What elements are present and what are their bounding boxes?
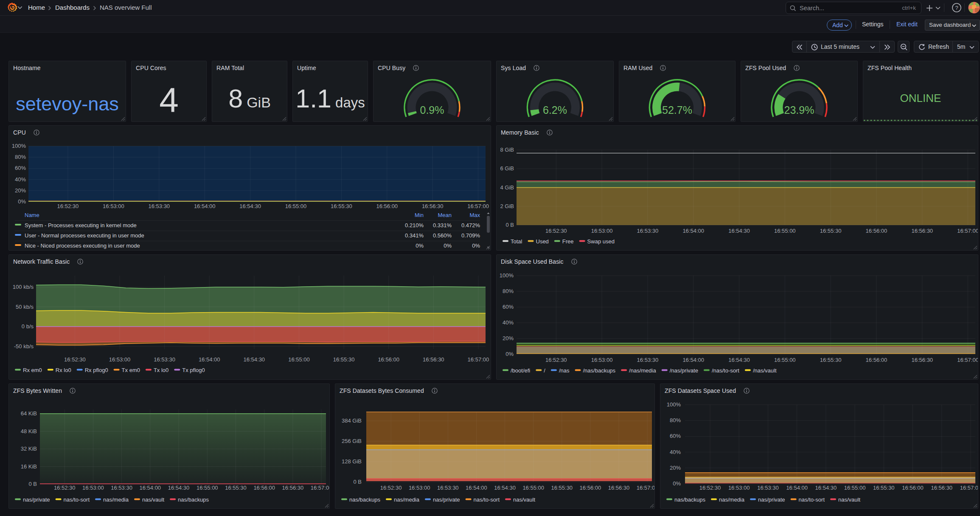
- svg-text:nas/to-sort: nas/to-sort: [474, 496, 500, 503]
- svg-text:nas/media: nas/media: [394, 496, 420, 503]
- svg-text:?: ?: [955, 5, 958, 11]
- svg-text:16:56:00: 16:56:00: [376, 203, 398, 209]
- svg-text:nas/vault: nas/vault: [142, 496, 164, 503]
- svg-text:nas/backups: nas/backups: [178, 496, 209, 503]
- svg-text:16:55:30: 16:55:30: [225, 485, 247, 491]
- svg-text:nas/media: nas/media: [719, 496, 745, 503]
- svg-text:16:57:00: 16:57:00: [467, 203, 489, 209]
- svg-text:48 KiB: 48 KiB: [21, 428, 37, 434]
- svg-text:60%: 60%: [670, 433, 681, 439]
- svg-text:16:56:00: 16:56:00: [866, 228, 887, 234]
- svg-text:16 KiB: 16 KiB: [21, 463, 37, 470]
- svg-text:nas/media: nas/media: [103, 496, 129, 503]
- svg-text:16:54:00: 16:54:00: [194, 203, 216, 209]
- svg-text:16:52:30: 16:52:30: [380, 485, 402, 491]
- svg-text:Tx lo0: Tx lo0: [154, 367, 168, 373]
- svg-text:nas/private: nas/private: [23, 496, 50, 503]
- svg-text:40%: 40%: [503, 319, 514, 326]
- svg-text:16:54:00: 16:54:00: [139, 485, 161, 491]
- svg-text:16:54:30: 16:54:30: [815, 485, 837, 491]
- svg-text:128 GiB: 128 GiB: [342, 458, 362, 465]
- svg-text:60%: 60%: [15, 165, 26, 171]
- svg-text:16:55:30: 16:55:30: [873, 485, 895, 491]
- svg-text:384 GiB: 384 GiB: [342, 417, 362, 424]
- svg-text:256 GiB: 256 GiB: [342, 438, 362, 444]
- svg-text:0%: 0%: [444, 242, 452, 249]
- svg-text:User - Normal processes execut: User - Normal processes executing in use…: [25, 232, 144, 239]
- svg-text:0 B: 0 B: [353, 479, 362, 485]
- svg-text:60%: 60%: [503, 304, 514, 310]
- svg-text:16:53:30: 16:53:30: [637, 357, 659, 363]
- svg-text:Nice - Niced processes executi: Nice - Niced processes executing in user…: [25, 242, 140, 249]
- svg-text:32 KiB: 32 KiB: [21, 446, 37, 452]
- svg-text:16:57:00: 16:57:00: [957, 357, 978, 363]
- svg-text:1.1days: 1.1days: [295, 84, 365, 113]
- svg-text:Tx em0: Tx em0: [122, 367, 140, 373]
- svg-text:16:57:00: 16:57:00: [637, 485, 654, 491]
- svg-text:16:56:30: 16:56:30: [911, 357, 933, 363]
- svg-text:80%: 80%: [670, 417, 681, 423]
- svg-text:6 GiB: 6 GiB: [500, 165, 514, 172]
- svg-text:16:55:30: 16:55:30: [333, 356, 355, 363]
- svg-text:20%: 20%: [670, 465, 681, 471]
- svg-text:0.709%: 0.709%: [461, 232, 480, 239]
- svg-text:16:57:00: 16:57:00: [468, 356, 489, 363]
- svg-text:0.210%: 0.210%: [405, 222, 424, 228]
- svg-text:16:54:30: 16:54:30: [243, 356, 265, 363]
- svg-text:16:57:00: 16:57:00: [311, 485, 329, 491]
- svg-text:40%: 40%: [670, 449, 681, 455]
- svg-text:0%: 0%: [673, 480, 681, 487]
- svg-text:16:54:30: 16:54:30: [494, 485, 516, 491]
- svg-text:16:55:00: 16:55:00: [774, 228, 796, 234]
- svg-text:Rx pflog0: Rx pflog0: [85, 367, 108, 373]
- svg-text:0.341%: 0.341%: [405, 232, 424, 239]
- svg-text:16:56:00: 16:56:00: [866, 357, 887, 363]
- svg-text:16:53:00: 16:53:00: [82, 485, 104, 491]
- svg-text:16:56:30: 16:56:30: [282, 485, 304, 491]
- svg-text:2 GiB: 2 GiB: [500, 203, 514, 209]
- svg-text:0%: 0%: [416, 242, 424, 249]
- svg-text:16:56:00: 16:56:00: [253, 485, 275, 491]
- svg-text:0%: 0%: [505, 351, 514, 357]
- svg-text:16:53:30: 16:53:30: [154, 356, 175, 363]
- svg-text:Name: Name: [25, 212, 39, 218]
- svg-text:16:55:00: 16:55:00: [285, 203, 307, 209]
- svg-text:Max: Max: [469, 212, 480, 218]
- svg-text:/nas/backups: /nas/backups: [583, 367, 616, 374]
- svg-text:16:53:30: 16:53:30: [637, 228, 659, 234]
- svg-text:16:56:30: 16:56:30: [911, 228, 933, 234]
- svg-text:52.7%: 52.7%: [662, 104, 692, 116]
- svg-text:16:56:00: 16:56:00: [378, 356, 399, 363]
- svg-text:100%: 100%: [500, 272, 514, 279]
- svg-text:0.472%: 0.472%: [461, 222, 480, 228]
- svg-text:Min: Min: [415, 212, 424, 218]
- svg-text:16:54:00: 16:54:00: [682, 228, 704, 234]
- svg-text:Mean: Mean: [438, 212, 452, 218]
- svg-text:ONLINE: ONLINE: [900, 92, 941, 104]
- svg-text:16:55:00: 16:55:00: [774, 357, 796, 363]
- svg-text:System - Processes executing i: System - Processes executing in kernel m…: [25, 222, 137, 228]
- svg-text:100%: 100%: [12, 143, 26, 149]
- svg-text:nas/backups: nas/backups: [349, 496, 380, 503]
- svg-text:80%: 80%: [15, 154, 26, 160]
- svg-text:16:54:30: 16:54:30: [728, 357, 750, 363]
- svg-text:16:57:00: 16:57:00: [957, 228, 978, 234]
- svg-text:16:55:00: 16:55:00: [522, 485, 544, 491]
- svg-text:16:55:00: 16:55:00: [844, 485, 866, 491]
- svg-text:16:53:00: 16:53:00: [103, 203, 124, 209]
- svg-text:16:55:30: 16:55:30: [820, 357, 842, 363]
- svg-text:/: /: [544, 367, 545, 374]
- svg-text:16:55:30: 16:55:30: [551, 485, 573, 491]
- svg-text:23.9%: 23.9%: [784, 104, 814, 116]
- svg-text:/nas/private: /nas/private: [670, 367, 698, 374]
- svg-text:setevoy-nas: setevoy-nas: [16, 93, 119, 115]
- svg-text:16:53:00: 16:53:00: [728, 485, 750, 491]
- svg-text:20%: 20%: [503, 335, 514, 341]
- svg-text:16:56:30: 16:56:30: [422, 203, 444, 209]
- svg-text:Swap used: Swap used: [587, 238, 615, 245]
- svg-text:80%: 80%: [503, 288, 514, 294]
- svg-text:16:52:30: 16:52:30: [545, 357, 567, 363]
- svg-text:nas/private: nas/private: [758, 496, 785, 503]
- svg-text:16:55:30: 16:55:30: [331, 203, 352, 209]
- svg-text:16:52:30: 16:52:30: [64, 356, 86, 363]
